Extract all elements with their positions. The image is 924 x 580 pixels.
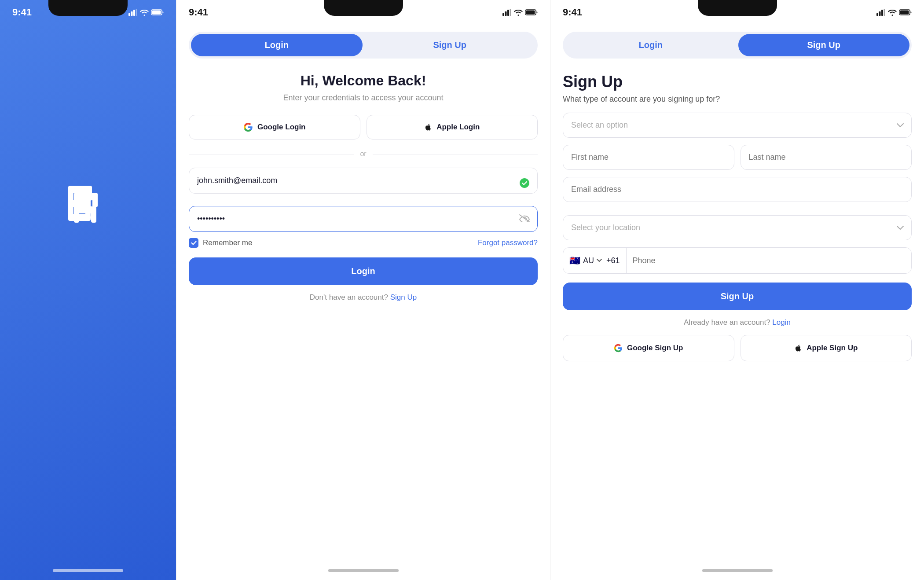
or-divider: or xyxy=(189,150,538,158)
google-signup-label: Google Sign Up xyxy=(627,344,683,352)
signup-tab-signup-screen[interactable]: Sign Up xyxy=(738,34,910,56)
no-account-text: Don't have an account? Sign Up xyxy=(189,293,538,302)
email-input[interactable] xyxy=(189,168,538,194)
signup-status-icons xyxy=(876,9,912,16)
last-name-wrapper xyxy=(741,145,912,170)
eye-off-icon xyxy=(519,214,530,222)
google-login-label: Google Login xyxy=(257,123,306,132)
signal-icon-login xyxy=(502,9,511,16)
home-indicator-login xyxy=(328,569,399,572)
account-type-placeholder: Select an option xyxy=(571,121,903,130)
signup-subtitle: What type of account are you signing up … xyxy=(563,95,912,104)
svg-rect-5 xyxy=(152,11,161,15)
svg-rect-20 xyxy=(510,9,512,16)
svg-rect-27 xyxy=(884,9,886,16)
signup-title: Sign Up xyxy=(563,73,912,91)
account-type-wrapper: Select an option xyxy=(563,113,912,138)
notch-login xyxy=(324,0,403,16)
social-login-buttons: Google Login Apple Login xyxy=(189,115,538,139)
signup-email-input[interactable] xyxy=(563,177,912,202)
location-wrapper: Select your location xyxy=(563,215,912,240)
login-content: Hi, Welcome Back! Enter your credentials… xyxy=(176,59,550,580)
svg-rect-25 xyxy=(879,11,881,16)
signup-tab-toggle: Login Sign Up xyxy=(563,32,912,59)
svg-rect-24 xyxy=(876,13,878,16)
apple-icon-signup xyxy=(794,343,802,353)
signup-email-wrapper xyxy=(563,177,912,209)
welcome-title: Hi, Welcome Back! xyxy=(189,73,538,89)
apple-icon xyxy=(424,122,432,132)
name-row xyxy=(563,145,912,170)
password-input[interactable] xyxy=(189,206,538,232)
svg-rect-2 xyxy=(133,10,135,16)
splash-logo xyxy=(66,181,110,225)
signup-screen: 9:41 Login Sign Up Sign Up xyxy=(550,0,924,580)
login-time: 9:41 xyxy=(189,7,208,18)
splash-time: 9:41 xyxy=(12,7,32,18)
divider-line-right xyxy=(373,154,538,154)
battery-icon-login xyxy=(525,9,538,15)
social-signup-buttons: Google Sign Up Apple Sign Up xyxy=(563,335,912,361)
home-indicator xyxy=(53,569,123,572)
battery-icon-signup xyxy=(899,9,912,15)
signup-content: Sign Up What type of account are you sig… xyxy=(550,59,924,580)
svg-rect-15 xyxy=(92,193,98,207)
au-flag: 🇦🇺 xyxy=(569,255,580,266)
signup-time: 9:41 xyxy=(563,7,582,18)
remember-me-label: Remember me xyxy=(203,239,252,247)
signal-icon-signup xyxy=(876,9,885,16)
svg-rect-18 xyxy=(505,11,507,16)
email-valid-icon xyxy=(519,178,530,190)
email-wrapper xyxy=(189,168,538,200)
apple-login-button[interactable]: Apple Login xyxy=(367,115,538,139)
status-icons xyxy=(128,9,164,16)
divider-text: or xyxy=(360,150,366,158)
remember-checkbox[interactable] xyxy=(189,238,198,248)
remember-me-group: Remember me xyxy=(189,238,252,248)
svg-rect-1 xyxy=(131,11,133,16)
checkmark-icon xyxy=(191,241,197,245)
chevron-down-phone-icon xyxy=(597,259,602,262)
notch xyxy=(48,0,128,16)
forgot-password-link[interactable]: Forgot password? xyxy=(478,239,538,247)
account-type-select[interactable]: Select an option xyxy=(563,113,912,138)
apple-signup-button[interactable]: Apple Sign Up xyxy=(741,335,912,361)
first-name-input[interactable] xyxy=(563,145,734,170)
divider-line-left xyxy=(189,154,354,154)
first-name-wrapper xyxy=(563,145,734,170)
last-name-input[interactable] xyxy=(741,145,912,170)
google-signup-button[interactable]: Google Sign Up xyxy=(563,335,734,361)
notch-signup xyxy=(698,0,777,16)
google-login-button[interactable]: Google Login xyxy=(189,115,360,139)
no-account-label: Don't have an account? xyxy=(310,293,388,301)
svg-rect-3 xyxy=(136,9,138,16)
home-indicator-signup xyxy=(702,569,773,572)
password-toggle-icon[interactable] xyxy=(519,214,530,224)
country-code-label: AU xyxy=(583,256,594,265)
svg-rect-26 xyxy=(881,10,883,16)
phone-row: 🇦🇺 AU +61 xyxy=(563,247,912,274)
svg-rect-22 xyxy=(526,11,535,15)
password-wrapper xyxy=(189,206,538,232)
signup-tab-login-screen[interactable]: Sign Up xyxy=(364,34,536,56)
svg-point-23 xyxy=(520,178,529,188)
wifi-icon-login xyxy=(514,9,523,16)
brand-logo xyxy=(66,181,110,225)
phone-input[interactable] xyxy=(627,249,911,273)
login-tab-signup-screen[interactable]: Login xyxy=(565,34,737,56)
wifi-icon xyxy=(140,9,149,16)
signup-link[interactable]: Sign Up xyxy=(390,293,417,301)
signup-button[interactable]: Sign Up xyxy=(563,283,912,310)
login-tab[interactable]: Login xyxy=(191,34,363,56)
location-select[interactable]: Select your location xyxy=(563,215,912,240)
country-code-selector[interactable]: 🇦🇺 AU +61 xyxy=(563,248,627,273)
auth-tab-toggle: Login Sign Up xyxy=(189,32,538,59)
battery-icon xyxy=(151,9,164,15)
svg-rect-17 xyxy=(502,13,504,16)
welcome-subtitle: Enter your credentials to access your ac… xyxy=(189,93,538,103)
check-circle-icon xyxy=(519,178,530,188)
login-button[interactable]: Login xyxy=(189,257,538,285)
remember-row: Remember me Forgot password? xyxy=(189,238,538,248)
login-link-signup[interactable]: Login xyxy=(772,318,791,327)
apple-signup-label: Apple Sign Up xyxy=(807,344,858,352)
